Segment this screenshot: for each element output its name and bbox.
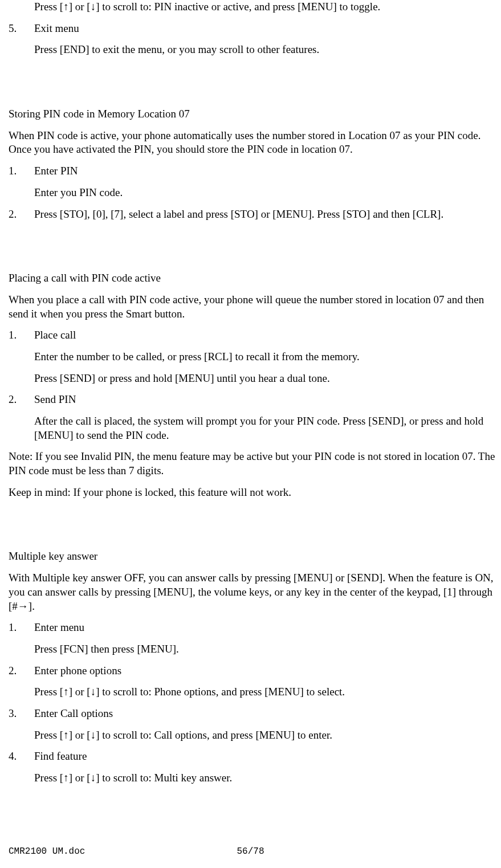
item-label: Exit menu xyxy=(34,22,495,36)
item-number: 3. xyxy=(9,707,34,721)
list-item-5: 5. Exit menu xyxy=(9,22,495,36)
item-detail: Enter the number to be called, or press … xyxy=(9,350,495,364)
storing-item-1: 1. Enter PIN xyxy=(9,164,495,178)
multi-item-2: 2. Enter phone options xyxy=(9,664,495,678)
item-detail: After the call is placed, the system wil… xyxy=(9,414,495,442)
item-label: Enter Call options xyxy=(34,707,495,721)
section-intro: When PIN code is active, your phone auto… xyxy=(9,129,495,157)
item-number: 1. xyxy=(9,328,34,343)
item-number: 1. xyxy=(9,621,34,635)
section-title-multi: Multiple key answer xyxy=(9,549,495,564)
item-number: 5. xyxy=(9,22,34,36)
note-text: Note: If you see Invalid PIN, the menu f… xyxy=(9,450,495,478)
placing-item-1: 1. Place call xyxy=(9,328,495,343)
item-number: 4. xyxy=(9,749,34,764)
section-intro: With Multiple key answer OFF, you can an… xyxy=(9,571,495,613)
item-number: 2. xyxy=(9,664,34,678)
placing-item-2: 2. Send PIN xyxy=(9,393,495,407)
item-detail: Press [FCN] then press [MENU]. xyxy=(9,642,495,657)
top-instruction: Press [↑] or [↓] to scroll to: PIN inact… xyxy=(9,0,495,14)
item-detail: Press [↑] or [↓] to scroll to: Phone opt… xyxy=(9,685,495,699)
item-label: Enter phone options xyxy=(34,664,495,678)
storing-item-2: 2. Press [STO], [0], [7], select a label… xyxy=(9,207,495,222)
keep-in-mind-text: Keep in mind: If your phone is locked, t… xyxy=(9,486,495,500)
item-label: Place call xyxy=(34,328,495,343)
item-label: Enter menu xyxy=(34,621,495,635)
item-detail: Press [↑] or [↓] to scroll to: Call opti… xyxy=(9,728,495,743)
item-number: 2. xyxy=(9,393,34,407)
section-title-placing: Placing a call with PIN code active xyxy=(9,271,495,286)
item-number: 2. xyxy=(9,207,34,222)
item-detail: Enter you PIN code. xyxy=(9,186,495,200)
footer-doc-name: CMR2100 UM.doc xyxy=(9,846,85,858)
item-label: Send PIN xyxy=(34,393,495,407)
multi-item-3: 3. Enter Call options xyxy=(9,707,495,721)
item-label: Find feature xyxy=(34,749,495,764)
section-title-storing: Storing PIN code in Memory Location 07 xyxy=(9,107,495,121)
multi-item-1: 1. Enter menu xyxy=(9,621,495,635)
page-footer: CMR2100 UM.doc 56/78 xyxy=(9,846,492,858)
item-detail: Press [END] to exit the menu, or you may… xyxy=(9,43,495,57)
item-detail: Press [SEND] or press and hold [MENU] un… xyxy=(9,372,495,386)
multi-item-4: 4. Find feature xyxy=(9,749,495,764)
footer-page-number: 56/78 xyxy=(237,846,264,858)
section-intro: When you place a call with PIN code acti… xyxy=(9,293,495,321)
item-label: Enter PIN xyxy=(34,164,495,178)
item-detail: Press [↑] or [↓] to scroll to: Multi key… xyxy=(9,771,495,785)
item-number: 1. xyxy=(9,164,34,178)
item-label: Press [STO], [0], [7], select a label an… xyxy=(34,207,495,222)
